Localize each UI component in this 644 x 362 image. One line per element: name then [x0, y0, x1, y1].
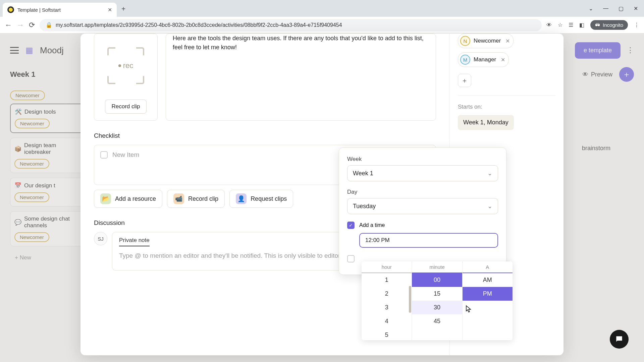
ampm-header: A [463, 261, 513, 273]
window-controls: ⌄ ― ▢ ✕ [589, 5, 641, 12]
time-picker: hour 1 2 3 4 5 minute 00 15 30 45 A AM P… [362, 261, 513, 340]
minute-list[interactable]: 00 15 30 45 [412, 273, 462, 328]
scrollbar-thumb[interactable] [409, 286, 411, 313]
hour-column: hour 1 2 3 4 5 [362, 261, 412, 340]
ampm-list[interactable]: AM PM [463, 273, 513, 301]
day-label: Day [347, 189, 498, 195]
role-letter-icon: M [460, 55, 470, 65]
chevron-down-icon: ⌄ [487, 170, 492, 177]
private-note-tab[interactable]: Private note [119, 237, 150, 246]
browser-tab-bar: Template | Softstart ✕ ＋ ⌄ ― ▢ ✕ [0, 0, 644, 17]
hour-option[interactable]: 5 [362, 328, 412, 340]
reading-list-icon[interactable]: ☰ [569, 22, 573, 28]
record-box: rec Record clip [94, 34, 158, 121]
chat-widget[interactable] [610, 330, 629, 349]
side-panel-icon[interactable]: ◧ [579, 22, 584, 28]
folder-icon: 📂 [100, 193, 111, 204]
incognito-icon: 🕶 [595, 22, 600, 28]
minute-header: minute [412, 261, 462, 273]
close-window-icon[interactable]: ✕ [634, 5, 638, 12]
ampm-option[interactable]: AM [463, 273, 513, 287]
week-select[interactable]: Week 1 ⌄ [347, 165, 498, 181]
incognito-text: Incognito [603, 22, 623, 28]
new-tab-button[interactable]: ＋ [120, 4, 127, 13]
hour-list[interactable]: 1 2 3 4 5 [362, 273, 412, 340]
forward-button: → [17, 21, 24, 29]
description-field[interactable]: Here are the tools the design team uses.… [166, 34, 436, 121]
add-resource-button[interactable]: 📂 Add a resource [94, 190, 162, 208]
minute-option[interactable]: 45 [412, 314, 462, 328]
remove-role-icon[interactable]: ✕ [505, 38, 510, 44]
incognito-badge[interactable]: 🕶 Incognito [590, 20, 628, 30]
url-text: my.softstart.app/templates/2c93995d-2250… [56, 22, 342, 28]
checkbox-checked[interactable]: ✓ [347, 222, 355, 229]
browser-tab[interactable]: Template | Softstart ✕ [3, 3, 117, 17]
hour-header: hour [362, 261, 412, 273]
minute-option[interactable]: 00 [412, 273, 462, 287]
remove-role-icon[interactable]: ✕ [501, 57, 505, 63]
time-input[interactable] [359, 233, 498, 248]
role-letter-icon: N [460, 36, 470, 46]
checklist-heading: Checklist [94, 132, 436, 139]
tab-title: Template | Softstart [17, 7, 104, 13]
toolbar-icons: 👁 ☆ ☰ ◧ 🕶 Incognito ⋮ [546, 20, 639, 30]
eye-off-icon[interactable]: 👁 [546, 22, 552, 28]
role-chip-newcomer[interactable]: N Newcomer ✕ [458, 34, 514, 48]
hour-option[interactable]: 4 [362, 314, 412, 328]
add-role-button[interactable]: ＋ [458, 74, 471, 87]
week-label: Week [347, 156, 498, 163]
starts-on-label: Starts on: [458, 104, 555, 110]
starts-on-value[interactable]: Week 1, Monday [458, 115, 514, 130]
chevron-down-icon: ⌄ [487, 202, 492, 210]
hour-option[interactable]: 1 [362, 273, 412, 287]
close-tab-icon[interactable]: ✕ [108, 7, 112, 13]
reload-button[interactable]: ⟳ [29, 21, 35, 29]
lock-icon: 🔒 [46, 22, 52, 28]
minute-option[interactable]: 30 [412, 301, 462, 314]
favicon [7, 6, 14, 13]
url-bar[interactable]: 🔒 my.softstart.app/templates/2c93995d-22… [40, 19, 542, 31]
minimize-icon[interactable]: ― [603, 5, 608, 12]
add-time-row[interactable]: ✓ Add a time [347, 222, 498, 229]
person-icon: 👤 [236, 193, 247, 204]
add-time-label: Add a time [359, 222, 385, 228]
cursor-icon [466, 305, 472, 313]
request-clips-button[interactable]: 👤 Request clips [229, 190, 293, 208]
new-item-placeholder[interactable]: New Item [112, 151, 139, 159]
video-icon: 📹 [173, 193, 184, 204]
back-button[interactable]: ← [5, 21, 12, 29]
minute-column: minute 00 15 30 45 [412, 261, 462, 340]
checkbox[interactable] [100, 151, 108, 159]
minute-option[interactable]: 15 [412, 287, 462, 301]
schedule-popup: Week Week 1 ⌄ Day Tuesday ⌄ ✓ Add a time [339, 147, 506, 275]
avatar: SJ [94, 232, 107, 245]
record-clip-chip[interactable]: 📹 Record clip [167, 190, 225, 208]
browser-menu-icon[interactable]: ⋮ [634, 22, 639, 28]
hour-option[interactable]: 2 [362, 287, 412, 301]
record-clip-button[interactable]: Record clip [105, 100, 146, 114]
rec-viewfinder-icon: rec [107, 47, 144, 84]
chevron-down-icon[interactable]: ⌄ [589, 5, 593, 12]
ampm-option[interactable]: PM [463, 287, 513, 301]
star-icon[interactable]: ☆ [558, 22, 562, 28]
day-select[interactable]: Tuesday ⌄ [347, 198, 498, 214]
role-chip-manager[interactable]: M Manager ✕ [458, 52, 509, 67]
checkbox[interactable] [347, 255, 355, 262]
maximize-icon[interactable]: ▢ [619, 5, 624, 12]
hour-option[interactable]: 3 [362, 301, 412, 314]
ampm-column: A AM PM [463, 261, 513, 340]
browser-toolbar: ← → ⟳ 🔒 my.softstart.app/templates/2c939… [0, 17, 644, 34]
